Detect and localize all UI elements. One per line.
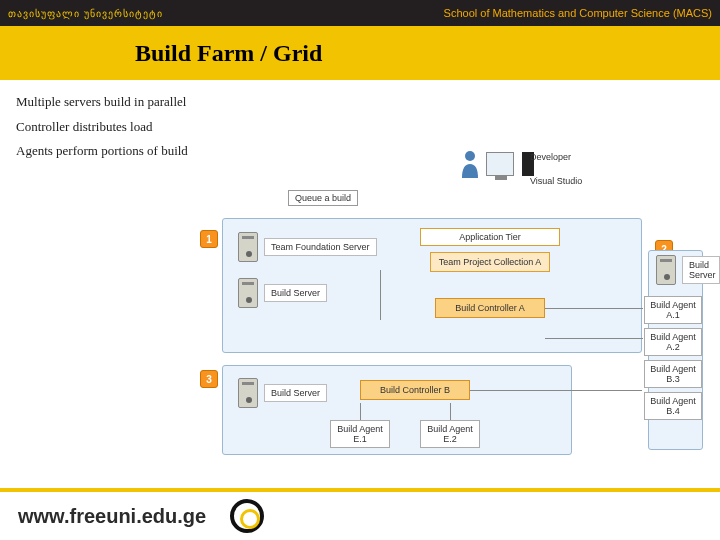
- architecture-diagram: Developer Visual Studio Queue a build 1 …: [180, 150, 700, 480]
- build-server-3: Build Server: [238, 378, 327, 408]
- footer-url: www.freeuni.edu.ge: [18, 505, 206, 528]
- connector-line: [360, 403, 361, 420]
- build-agent-b3: Build Agent B.3: [644, 360, 702, 388]
- build-agent-a2: Build Agent A.2: [644, 328, 702, 356]
- visual-studio-label: Visual Studio: [530, 176, 582, 186]
- person-icon: [460, 150, 480, 178]
- tfs-label: Team Foundation Server: [264, 238, 377, 256]
- build-agent-b4: Build Agent B.4: [644, 392, 702, 420]
- build-agent-a1: Build Agent A.1: [644, 296, 702, 324]
- header-bar: თავისუფალი უნივერსიტეტი School of Mathem…: [0, 0, 720, 26]
- application-tier-label: Application Tier: [420, 228, 560, 246]
- connector-line: [545, 308, 643, 309]
- connector-line: [380, 270, 381, 320]
- build-agent-e2: Build Agent E.2: [420, 420, 480, 448]
- developer-block: [460, 150, 534, 178]
- title-text: Build Farm / Grid: [135, 40, 322, 67]
- bullet-item: Multiple servers build in parallel: [16, 90, 316, 115]
- server-icon: [238, 278, 258, 308]
- build-controller-b: Build Controller B: [360, 380, 470, 400]
- build-server-label: Build Server: [264, 384, 327, 402]
- slide-content: Multiple servers build in parallel Contr…: [0, 80, 720, 470]
- badge-3: 3: [200, 370, 218, 388]
- build-controller-a: Build Controller A: [435, 298, 545, 318]
- connector-line: [450, 403, 451, 420]
- developer-label: Developer: [530, 152, 571, 162]
- team-project-collection: Team Project Collection A: [430, 252, 550, 272]
- server-icon: [238, 232, 258, 262]
- header-left-text: თავისუფალი უნივერსიტეტი: [8, 8, 163, 19]
- build-server-2: Build Server: [656, 255, 720, 285]
- build-server-1: Build Server: [238, 278, 327, 308]
- slide-title: Build Farm / Grid: [0, 26, 720, 80]
- build-server-label: Build Server: [264, 284, 327, 302]
- footer-logo-icon: [230, 499, 264, 533]
- svg-point-0: [465, 151, 475, 161]
- server-icon: [238, 378, 258, 408]
- bullet-item: Controller distributes load: [16, 115, 316, 140]
- queue-build-label: Queue a build: [288, 190, 358, 206]
- header-right-text: School of Mathematics and Computer Scien…: [444, 7, 712, 19]
- tfs-server: Team Foundation Server: [238, 232, 377, 262]
- connector-line: [545, 338, 643, 339]
- monitor-icon: [486, 152, 514, 176]
- build-server-label: Build Server: [682, 256, 720, 284]
- connector-line: [470, 390, 642, 391]
- footer-bar: www.freeuni.edu.ge: [0, 488, 720, 540]
- badge-1: 1: [200, 230, 218, 248]
- build-agent-e1: Build Agent E.1: [330, 420, 390, 448]
- server-icon: [656, 255, 676, 285]
